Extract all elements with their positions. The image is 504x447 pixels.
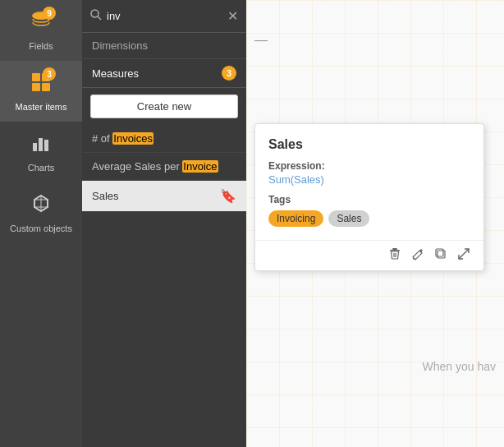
custom-objects-icon — [30, 192, 53, 220]
fields-badge: 9 — [43, 7, 56, 20]
bookmark-icon: 🔖 — [220, 188, 236, 204]
measures-label: Measures — [92, 67, 139, 80]
tooltip-title: Sales — [268, 137, 470, 152]
svg-point-9 — [91, 10, 99, 17]
tags-row: Invoicing Sales — [268, 210, 470, 227]
when-text: When you hav — [423, 360, 497, 373]
sidebar: 9 Fields 3 Master items Charts — [0, 0, 82, 447]
charts-label: Charts — [28, 163, 54, 173]
sidebar-item-master-items[interactable]: 3 Master items — [0, 61, 82, 122]
main-content: — Sales Expression: Sum(Sales) Tags Invo… — [246, 0, 504, 447]
tooltip-card: Sales Expression: Sum(Sales) Tags Invoic… — [254, 123, 484, 271]
create-new-button[interactable]: Create new — [90, 94, 238, 118]
edit-button[interactable] — [411, 247, 424, 264]
dimensions-label: Dimensions — [92, 39, 148, 52]
delete-button[interactable] — [388, 247, 401, 264]
fields-icon: 9 — [30, 10, 53, 38]
tooltip-expression-value: Sum(Sales) — [268, 173, 470, 186]
svg-rect-6 — [33, 143, 37, 151]
master-items-label: Master items — [16, 102, 67, 112]
svg-rect-11 — [392, 248, 397, 250]
svg-rect-17 — [436, 249, 443, 256]
tooltip-card-body: Sales Expression: Sum(Sales) Tags Invoic… — [255, 124, 483, 240]
sidebar-item-charts[interactable]: Charts — [0, 122, 82, 182]
search-panel: ✕ Dimensions Measures 3 Create new # of … — [82, 0, 246, 447]
svg-line-19 — [459, 254, 464, 259]
duplicate-button[interactable] — [434, 247, 447, 264]
svg-line-10 — [98, 16, 101, 20]
tooltip-expression-label: Expression: — [268, 160, 470, 172]
svg-rect-5 — [42, 83, 50, 91]
measures-section-header: Measures 3 — [82, 59, 246, 88]
master-items-badge: 3 — [43, 67, 56, 81]
svg-rect-8 — [44, 140, 48, 151]
highlight-invoice: Invoice — [182, 160, 218, 173]
measures-badge: 3 — [222, 66, 236, 81]
dimensions-section-header: Dimensions — [82, 33, 246, 59]
svg-rect-4 — [32, 83, 40, 91]
list-item-invoices[interactable]: # of Invoices — [82, 125, 246, 153]
sidebar-item-fields[interactable]: 9 Fields — [0, 0, 82, 61]
search-input[interactable] — [107, 10, 224, 22]
list-item-avg-sales-text: Average Sales per Invoice — [92, 160, 218, 173]
master-items-icon: 3 — [30, 71, 53, 99]
fields-label: Fields — [29, 41, 53, 51]
svg-rect-7 — [39, 138, 43, 151]
custom-objects-label: Custom objects — [10, 224, 72, 233]
dash-line: — — [254, 33, 268, 48]
list-item-invoices-text: # of Invoices — [92, 132, 153, 145]
charts-icon — [30, 131, 53, 159]
highlight-invoices: Invoices — [112, 132, 153, 145]
tooltip-card-footer — [255, 240, 483, 270]
search-bar: ✕ — [82, 0, 246, 33]
tag-sales: Sales — [328, 210, 369, 227]
sidebar-item-custom-objects[interactable]: Custom objects — [0, 182, 82, 243]
expand-button[interactable] — [457, 247, 470, 264]
svg-rect-12 — [390, 250, 400, 251]
tag-invoicing: Invoicing — [268, 210, 323, 227]
svg-rect-2 — [32, 73, 40, 81]
svg-rect-16 — [438, 251, 445, 258]
list-item-sales[interactable]: Sales 🔖 — [82, 181, 246, 212]
tooltip-tags-label: Tags — [268, 194, 470, 205]
search-icon — [90, 9, 102, 23]
search-clear-button[interactable]: ✕ — [227, 8, 238, 24]
svg-line-18 — [464, 249, 469, 254]
list-item-sales-text: Sales — [92, 190, 119, 202]
list-item-avg-sales[interactable]: Average Sales per Invoice — [82, 153, 246, 181]
